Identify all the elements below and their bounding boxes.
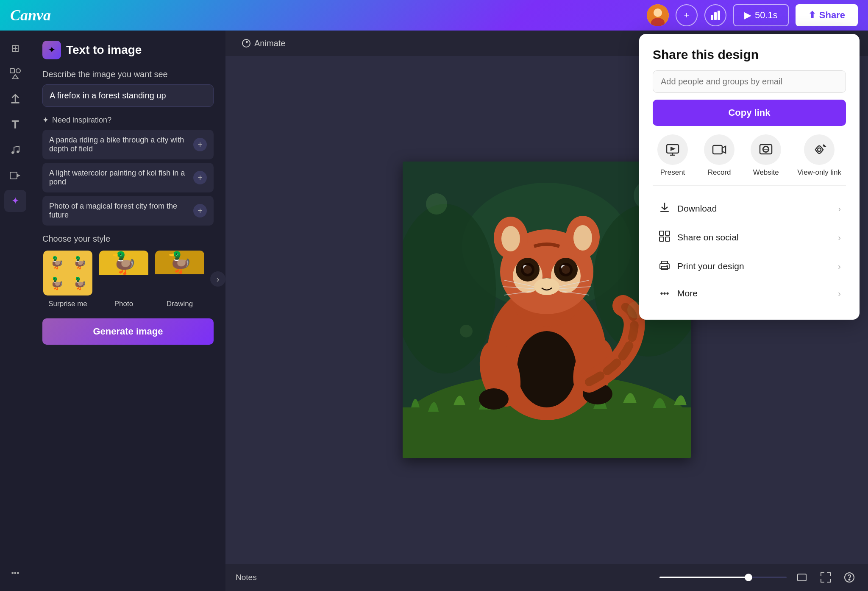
print-chevron: › [838,262,841,271]
download-label: Download [677,204,832,214]
svg-rect-3 [711,15,713,20]
image-description-input[interactable] [42,84,214,107]
svg-point-41 [523,265,532,274]
help-button[interactable] [841,569,858,586]
canva-logo: Canva [10,6,51,24]
present-item[interactable]: Present [657,134,688,177]
add-inspiration-2-button[interactable]: + [193,171,207,184]
animate-button[interactable]: Animate [236,35,291,52]
svg-rect-5 [718,11,720,20]
add-inspiration-1-button[interactable]: + [193,138,207,151]
sidebar-item-upload[interactable] [4,88,26,110]
style-drawing[interactable]: 🦆 Drawing [154,250,205,308]
svg-rect-55 [798,574,806,581]
fullscreen-button[interactable] [817,569,834,586]
inspiration-label: Need inspiration? [52,116,111,125]
surprise-thumb: 🦆 🦆 🦆 🦆 [42,250,93,296]
website-item[interactable]: Website [751,134,781,177]
share-panel: Share this design Copy link Present [639,34,860,320]
share-label: Share [819,10,845,21]
more-action-item[interactable]: ••• More › [653,281,846,306]
inspiration-header: ✦ Need inspiration? [42,115,214,125]
viewonly-label: View-only link [797,168,841,177]
print-action-item[interactable]: Print your design › [653,252,846,281]
website-label: Website [753,168,779,177]
svg-rect-71 [659,237,664,241]
svg-rect-6 [10,69,14,73]
animate-label: Animate [254,39,285,48]
share-social-icon [658,231,671,244]
share-social-action-item[interactable]: Share on social › [653,223,846,252]
share-social-chevron: › [838,233,841,243]
copy-link-label: Copy link [728,107,770,118]
share-upload-icon: ⬆ [808,10,816,21]
sidebar-item-video[interactable] [4,164,26,187]
play-button[interactable]: ▶ 50.1s [733,4,789,26]
svg-point-44 [534,278,559,295]
svg-point-1 [654,8,662,17]
topbar: Canva + ▶ 50.1s ⬆ Share [0,0,868,31]
sidebar-item-music[interactable] [4,139,26,161]
sidebar-item-text[interactable]: T [4,114,26,136]
more-label: More [677,288,832,298]
style-grid: 🦆 🦆 🦆 🦆 Surprise me 🦆 Photo 🦆 [42,250,214,308]
slider-thumb[interactable] [745,574,752,581]
add-inspiration-3-button[interactable]: + [193,204,207,217]
svg-point-32 [573,225,592,251]
sidebar-item-more[interactable]: ••• [4,562,26,584]
print-icon [658,259,671,273]
zoom-slider[interactable] [659,577,787,578]
svg-point-25 [479,388,509,410]
record-item[interactable]: Record [704,134,734,177]
svg-rect-69 [659,231,664,235]
record-label: Record [708,168,731,177]
copy-link-button[interactable]: Copy link [653,100,846,126]
svg-marker-13 [17,174,20,177]
download-action-item[interactable]: Download › [653,194,846,223]
viewonly-item[interactable]: View-only link [797,134,841,177]
canvas-bottom: Notes [225,564,868,591]
sidebar: ⊞ T ✦ ••• [0,31,31,591]
style-next-button[interactable]: › [210,271,225,287]
inspiration-item-3[interactable]: Photo of a magical forest city from the … [42,196,214,226]
sidebar-item-shapes[interactable] [4,63,26,85]
panel-title: Text to image [66,43,142,57]
print-label: Print your design [677,261,832,271]
sidebar-item-grid[interactable]: ⊞ [4,37,26,59]
stats-button[interactable] [704,4,726,26]
panel-icon: ✦ [42,41,61,59]
svg-point-10 [11,151,14,154]
svg-point-42 [562,265,570,274]
inspiration-item-2[interactable]: A light watercolor painting of koi fish … [42,163,214,192]
style-section: Choose your style 🦆 🦆 🦆 🦆 Surprise me 🦆 [42,234,214,308]
describe-label: Describe the image you want see [42,70,214,79]
notes-label: Notes [236,573,257,582]
generate-button[interactable]: Generate image [42,318,214,345]
inspiration-item-1[interactable]: A panda riding a bike through a city wit… [42,130,214,159]
fit-screen-button[interactable] [793,569,810,586]
svg-rect-70 [665,231,670,235]
svg-point-67 [818,148,821,151]
style-photo[interactable]: 🦆 Photo [98,250,149,308]
svg-rect-4 [714,12,717,20]
more-icon: ••• [658,289,671,298]
share-button[interactable]: ⬆ Share [796,4,858,26]
panel-header: ✦ Text to image [42,41,214,59]
svg-point-11 [17,151,19,153]
inspiration-text-1: A panda riding a bike through a city wit… [49,136,193,153]
svg-rect-68 [660,211,669,212]
email-input-wrap[interactable] [653,70,846,93]
svg-point-22 [517,331,576,407]
download-chevron: › [838,204,841,214]
svg-marker-8 [12,75,18,79]
sidebar-item-ai[interactable]: ✦ [4,190,26,212]
svg-rect-72 [665,237,670,241]
add-button[interactable]: + [676,4,698,26]
spark-icon: ✦ [42,115,49,125]
user-avatar[interactable] [647,4,669,26]
slider-track [659,577,787,578]
email-input[interactable] [661,77,838,86]
svg-point-53 [460,325,473,337]
svg-point-31 [501,226,520,251]
style-surprise-me[interactable]: 🦆 🦆 🦆 🦆 Surprise me [42,250,93,308]
